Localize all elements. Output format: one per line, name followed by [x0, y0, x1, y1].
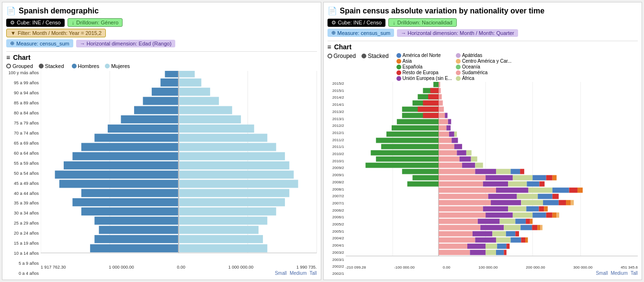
y-label-6: 30 a 34 años: [6, 211, 39, 215]
right-measure-icon: ⊕: [331, 30, 336, 36]
left-title-text: Spanish demographic: [19, 7, 99, 15]
right-dimension-badge[interactable]: → Horizontal dimension: Month / Month: Q…: [397, 29, 518, 37]
left-drilldown-badge[interactable]: ↓ Drilldown: Género: [68, 18, 123, 27]
left-filter-badge[interactable]: ▼ Filter: Month / Month: Year = 2015,2: [6, 29, 106, 37]
right-measure-badge[interactable]: ⊕ Measure: census_sum: [328, 29, 395, 37]
right-cube-badge[interactable]: ⚙ Cube: INE / Censo: [328, 19, 386, 27]
svg-rect-13: [55, 170, 178, 179]
right-svg-container: [346, 82, 638, 265]
grouped-radio[interactable]: Grouped: [6, 63, 33, 69]
legend-america-norte: América del Norte: [396, 53, 452, 58]
legend-union-europea: Unión Europea (sin E...: [396, 76, 452, 81]
cube-icon: ⚙: [10, 20, 15, 26]
right-title-icon: 📄: [328, 6, 337, 15]
right-stacked-radio[interactable]: Stacked: [362, 53, 388, 59]
right-grouped-radio[interactable]: Grouped: [328, 53, 356, 59]
right-chart-controls: Grouped Stacked: [328, 53, 389, 59]
right-drilldown-badge[interactable]: ↓ Drilldown: Nacionalidad: [388, 18, 456, 27]
svg-rect-64: [497, 244, 507, 249]
legend-asia: Asia: [396, 58, 452, 64]
medium-link[interactable]: Medium: [290, 271, 307, 276]
right-medium-link[interactable]: Medium: [610, 271, 628, 276]
right-badges: ⚙ Cube: INE / Censo ↓ Drilldown: Naciona…: [328, 18, 638, 27]
left-panel: 📄 Spanish demographic ⚙ Cube: INE / Cens…: [2, 2, 321, 280]
right-y-26: 2015/1: [328, 89, 344, 93]
y-label-10: 50 a 54 años: [6, 171, 39, 176]
svg-rect-152: [381, 144, 439, 149]
left-filter-row: ▼ Filter: Month / Month: Year = 2015,2: [6, 29, 317, 37]
svg-rect-82: [537, 225, 541, 230]
svg-rect-141: [439, 163, 462, 168]
right-y-12: 2008/1: [328, 188, 344, 192]
stacked-radio-circle: [39, 64, 44, 68]
svg-rect-143: [475, 163, 483, 168]
right-y-21: 2012/2: [328, 124, 344, 128]
svg-rect-60: [504, 250, 506, 255]
right-tall-link[interactable]: Tall: [631, 271, 638, 276]
left-measure-badge[interactable]: ⊕ Measure: census_sum: [6, 39, 73, 47]
small-link[interactable]: Small: [275, 271, 287, 276]
svg-rect-129: [486, 175, 513, 180]
svg-rect-14: [64, 161, 178, 169]
tall-link[interactable]: Tall: [309, 271, 316, 276]
dot-union-europea: [396, 76, 401, 81]
svg-rect-123: [483, 181, 508, 187]
svg-rect-12: [59, 180, 178, 188]
svg-rect-131: [532, 175, 546, 180]
svg-rect-89: [530, 219, 532, 224]
right-y-3: 2003/2: [328, 251, 344, 255]
svg-rect-112: [517, 194, 538, 199]
svg-rect-63: [486, 244, 497, 249]
svg-rect-34: [180, 170, 294, 179]
svg-rect-133: [552, 175, 556, 180]
left-cube-badge[interactable]: ⚙ Cube: INE / Censo: [6, 19, 65, 27]
pyramid-chart: 0 a 4 años 5 a 9 años 10 a 14 años 15 a …: [6, 71, 317, 276]
left-title-icon: 📄: [6, 6, 16, 15]
y-label-3: 15 a 19 años: [6, 241, 39, 246]
right-y-6: 2005/1: [328, 230, 344, 234]
svg-rect-57: [470, 250, 486, 255]
y-label-16: 80 a 84 años: [6, 111, 39, 115]
svg-rect-42: [180, 97, 219, 105]
right-y-9: 2006/2: [328, 209, 344, 213]
svg-rect-154: [454, 144, 462, 149]
y-label-1: 5 a 9 años: [6, 261, 39, 266]
left-panel-title: 📄 Spanish demographic: [6, 6, 317, 15]
svg-rect-67: [475, 237, 496, 243]
right-y-13: 2008/2: [328, 180, 344, 184]
left-dimension-badge[interactable]: → Horizontal dimension: Edad (Rango): [76, 40, 175, 47]
svg-rect-61: [439, 244, 467, 249]
svg-rect-166: [439, 119, 448, 124]
right-chart-body: 2002/1 2002/2 2003/1 2003/2 2004/1 2004/…: [328, 82, 638, 276]
svg-rect-30: [180, 207, 276, 215]
svg-rect-170: [445, 113, 447, 118]
svg-rect-68: [496, 237, 510, 243]
svg-rect-119: [569, 188, 577, 193]
svg-rect-110: [439, 194, 488, 199]
right-grouped-circle: [328, 54, 332, 58]
right-small-link[interactable]: Small: [596, 271, 608, 276]
right-x-axis: -210 099.28 -100 000.00 0.00 100 000.00 …: [346, 265, 638, 270]
svg-rect-142: [462, 163, 475, 168]
right-legend: América del Norte Apátridas Asia Centro …: [396, 53, 512, 81]
svg-rect-72: [439, 231, 473, 237]
svg-rect-116: [496, 188, 528, 193]
svg-rect-148: [371, 150, 439, 156]
svg-rect-59: [496, 250, 503, 255]
legend-africa: África: [456, 76, 511, 81]
svg-rect-146: [459, 157, 471, 162]
svg-rect-177: [423, 101, 439, 106]
svg-rect-69: [510, 237, 521, 243]
svg-rect-81: [532, 225, 537, 230]
right-chart-area: Grouped Stacked América del Norte Apátri…: [328, 53, 638, 276]
right-y-1: 2002/2: [328, 265, 344, 269]
right-measure-row: ⊕ Measure: census_sum → Horizontal dimen…: [328, 29, 638, 37]
svg-rect-39: [180, 124, 254, 133]
hombres-legend: Hombres: [72, 63, 100, 69]
svg-rect-71: [525, 237, 528, 243]
y-label-13: 65 a 69 años: [6, 141, 39, 146]
right-y-0: 2002/1: [328, 272, 344, 276]
svg-rect-28: [180, 226, 259, 234]
stacked-radio[interactable]: Stacked: [39, 63, 64, 69]
right-y-27: 2015/2: [328, 82, 344, 86]
